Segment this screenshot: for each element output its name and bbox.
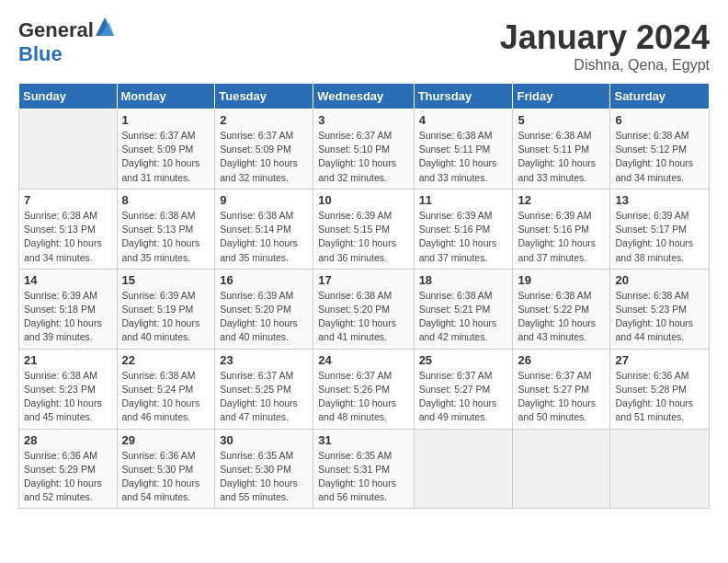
page-header: General Blue January 2024 Dishna, Qena, …: [18, 18, 710, 74]
calendar-cell: 29Sunrise: 6:36 AM Sunset: 5:30 PM Dayli…: [117, 429, 215, 509]
calendar-cell: 18Sunrise: 6:38 AM Sunset: 5:21 PM Dayli…: [414, 269, 513, 349]
calendar-cell: 14Sunrise: 6:39 AM Sunset: 5:18 PM Dayli…: [19, 269, 118, 349]
day-info: Sunrise: 6:37 AM Sunset: 5:09 PM Dayligh…: [122, 129, 210, 185]
day-info: Sunrise: 6:37 AM Sunset: 5:09 PM Dayligh…: [220, 129, 308, 185]
day-number: 8: [122, 193, 210, 207]
calendar-table: SundayMondayTuesdayWednesdayThursdayFrid…: [18, 83, 710, 509]
day-info: Sunrise: 6:39 AM Sunset: 5:19 PM Dayligh…: [122, 289, 210, 345]
day-of-week-header: Monday: [117, 84, 215, 109]
day-of-week-header: Saturday: [610, 84, 710, 109]
calendar-cell: 8Sunrise: 6:38 AM Sunset: 5:13 PM Daylig…: [117, 189, 215, 269]
day-number: 22: [122, 353, 210, 367]
day-info: Sunrise: 6:37 AM Sunset: 5:27 PM Dayligh…: [518, 369, 605, 425]
day-number: 9: [220, 193, 308, 207]
day-info: Sunrise: 6:38 AM Sunset: 5:11 PM Dayligh…: [419, 129, 508, 185]
day-of-week-header: Friday: [513, 84, 610, 109]
calendar-week-row: 1Sunrise: 6:37 AM Sunset: 5:09 PM Daylig…: [19, 109, 710, 190]
day-info: Sunrise: 6:37 AM Sunset: 5:25 PM Dayligh…: [220, 369, 308, 425]
day-info: Sunrise: 6:38 AM Sunset: 5:12 PM Dayligh…: [615, 129, 704, 185]
logo-icon: [96, 17, 114, 36]
day-info: Sunrise: 6:36 AM Sunset: 5:28 PM Dayligh…: [615, 369, 704, 425]
calendar-cell: [19, 109, 118, 190]
calendar-cell: 17Sunrise: 6:38 AM Sunset: 5:20 PM Dayli…: [313, 269, 414, 349]
logo-general-text: General: [18, 18, 94, 42]
calendar-cell: 15Sunrise: 6:39 AM Sunset: 5:19 PM Dayli…: [117, 269, 215, 349]
calendar-cell: [414, 429, 513, 509]
calendar-cell: 25Sunrise: 6:37 AM Sunset: 5:27 PM Dayli…: [414, 349, 513, 429]
calendar-cell: 28Sunrise: 6:36 AM Sunset: 5:29 PM Dayli…: [19, 429, 118, 509]
day-number: 2: [220, 113, 308, 127]
calendar-cell: 30Sunrise: 6:35 AM Sunset: 5:30 PM Dayli…: [215, 429, 313, 509]
day-number: 6: [615, 113, 704, 127]
day-info: Sunrise: 6:39 AM Sunset: 5:16 PM Dayligh…: [419, 209, 508, 265]
calendar-cell: 2Sunrise: 6:37 AM Sunset: 5:09 PM Daylig…: [215, 109, 313, 190]
day-info: Sunrise: 6:39 AM Sunset: 5:18 PM Dayligh…: [24, 289, 112, 345]
day-number: 29: [122, 433, 210, 447]
calendar-cell: 10Sunrise: 6:39 AM Sunset: 5:15 PM Dayli…: [313, 189, 414, 269]
calendar-week-row: 7Sunrise: 6:38 AM Sunset: 5:13 PM Daylig…: [19, 189, 710, 269]
day-number: 13: [615, 193, 704, 207]
calendar-cell: 24Sunrise: 6:37 AM Sunset: 5:26 PM Dayli…: [313, 349, 414, 429]
day-info: Sunrise: 6:38 AM Sunset: 5:21 PM Dayligh…: [419, 289, 508, 345]
day-info: Sunrise: 6:35 AM Sunset: 5:31 PM Dayligh…: [318, 449, 408, 505]
day-number: 10: [318, 193, 408, 207]
day-info: Sunrise: 6:37 AM Sunset: 5:10 PM Dayligh…: [318, 129, 408, 185]
day-number: 4: [419, 113, 508, 127]
day-info: Sunrise: 6:36 AM Sunset: 5:29 PM Dayligh…: [24, 449, 112, 505]
day-number: 3: [318, 113, 408, 127]
day-info: Sunrise: 6:38 AM Sunset: 5:20 PM Dayligh…: [318, 289, 408, 345]
day-number: 26: [518, 353, 605, 367]
calendar-cell: 21Sunrise: 6:38 AM Sunset: 5:23 PM Dayli…: [19, 349, 118, 429]
day-info: Sunrise: 6:38 AM Sunset: 5:22 PM Dayligh…: [518, 289, 605, 345]
day-info: Sunrise: 6:36 AM Sunset: 5:30 PM Dayligh…: [122, 449, 210, 505]
calendar-cell: 3Sunrise: 6:37 AM Sunset: 5:10 PM Daylig…: [313, 109, 414, 190]
day-number: 30: [220, 433, 308, 447]
calendar-cell: 4Sunrise: 6:38 AM Sunset: 5:11 PM Daylig…: [414, 109, 513, 190]
day-number: 1: [122, 113, 210, 127]
day-number: 16: [220, 273, 308, 287]
day-of-week-header: Sunday: [19, 84, 118, 109]
day-number: 31: [318, 433, 408, 447]
day-info: Sunrise: 6:39 AM Sunset: 5:16 PM Dayligh…: [518, 209, 605, 265]
day-number: 12: [518, 193, 605, 207]
calendar-week-row: 14Sunrise: 6:39 AM Sunset: 5:18 PM Dayli…: [19, 269, 710, 349]
day-info: Sunrise: 6:38 AM Sunset: 5:23 PM Dayligh…: [615, 289, 704, 345]
day-number: 5: [518, 113, 605, 127]
day-number: 11: [419, 193, 508, 207]
location-subtitle: Dishna, Qena, Egypt: [500, 57, 710, 74]
day-info: Sunrise: 6:39 AM Sunset: 5:17 PM Dayligh…: [615, 209, 704, 265]
calendar-cell: 27Sunrise: 6:36 AM Sunset: 5:28 PM Dayli…: [610, 349, 710, 429]
calendar-body: 1Sunrise: 6:37 AM Sunset: 5:09 PM Daylig…: [19, 109, 710, 509]
days-of-week-row: SundayMondayTuesdayWednesdayThursdayFrid…: [19, 84, 710, 109]
day-of-week-header: Thursday: [414, 84, 513, 109]
day-info: Sunrise: 6:38 AM Sunset: 5:13 PM Dayligh…: [122, 209, 210, 265]
day-info: Sunrise: 6:38 AM Sunset: 5:14 PM Dayligh…: [220, 209, 308, 265]
calendar-cell: 26Sunrise: 6:37 AM Sunset: 5:27 PM Dayli…: [513, 349, 610, 429]
calendar-cell: 20Sunrise: 6:38 AM Sunset: 5:23 PM Dayli…: [610, 269, 710, 349]
calendar-cell: 11Sunrise: 6:39 AM Sunset: 5:16 PM Dayli…: [414, 189, 513, 269]
day-number: 15: [122, 273, 210, 287]
calendar-cell: 23Sunrise: 6:37 AM Sunset: 5:25 PM Dayli…: [215, 349, 313, 429]
calendar-header: SundayMondayTuesdayWednesdayThursdayFrid…: [19, 84, 710, 109]
title-block: January 2024 Dishna, Qena, Egypt: [500, 18, 710, 74]
month-year-title: January 2024: [500, 18, 710, 57]
day-number: 17: [318, 273, 408, 287]
calendar-cell: 1Sunrise: 6:37 AM Sunset: 5:09 PM Daylig…: [117, 109, 215, 190]
calendar-cell: 16Sunrise: 6:39 AM Sunset: 5:20 PM Dayli…: [215, 269, 313, 349]
day-number: 20: [615, 273, 704, 287]
calendar-week-row: 28Sunrise: 6:36 AM Sunset: 5:29 PM Dayli…: [19, 429, 710, 509]
day-number: 18: [419, 273, 508, 287]
day-info: Sunrise: 6:39 AM Sunset: 5:15 PM Dayligh…: [318, 209, 408, 265]
day-of-week-header: Tuesday: [215, 84, 313, 109]
day-number: 19: [518, 273, 605, 287]
calendar-cell: 6Sunrise: 6:38 AM Sunset: 5:12 PM Daylig…: [610, 109, 710, 190]
day-info: Sunrise: 6:38 AM Sunset: 5:13 PM Dayligh…: [24, 209, 112, 265]
day-info: Sunrise: 6:35 AM Sunset: 5:30 PM Dayligh…: [220, 449, 308, 505]
day-of-week-header: Wednesday: [313, 84, 414, 109]
day-number: 28: [24, 433, 112, 447]
calendar-cell: 22Sunrise: 6:38 AM Sunset: 5:24 PM Dayli…: [117, 349, 215, 429]
calendar-cell: 7Sunrise: 6:38 AM Sunset: 5:13 PM Daylig…: [19, 189, 118, 269]
day-info: Sunrise: 6:38 AM Sunset: 5:24 PM Dayligh…: [122, 369, 210, 425]
day-number: 7: [24, 193, 112, 207]
calendar-week-row: 21Sunrise: 6:38 AM Sunset: 5:23 PM Dayli…: [19, 349, 710, 429]
